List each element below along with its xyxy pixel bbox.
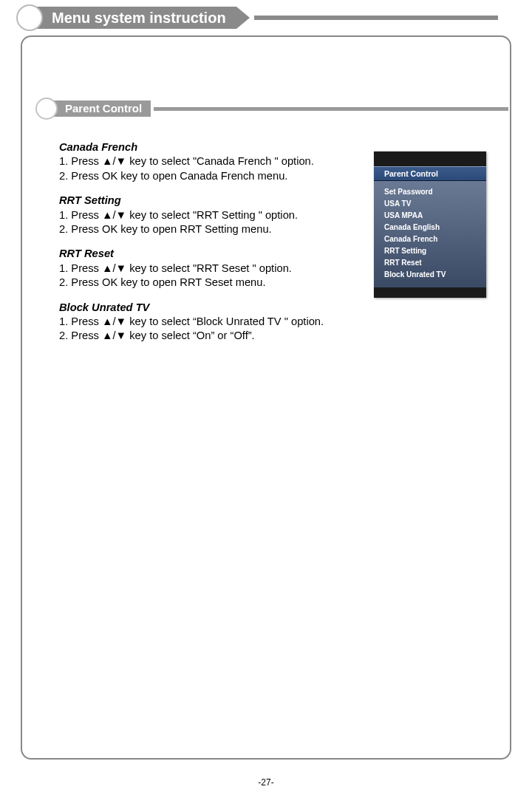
instruction-line: 2. Press OK key to open RRT Setting menu… (59, 222, 384, 236)
chevron-right-icon (236, 7, 250, 29)
menu-body: Set Password USA TV USA MPAA Canada Engl… (374, 181, 486, 287)
section-heading-text: Block Unrated TV (59, 301, 384, 315)
instruction-line: 2. Press OK key to open Canada French me… (59, 169, 384, 183)
instruction-line: 1. Press ▲/▼ key to select "Canada Frenc… (59, 154, 384, 168)
section-block-unrated: Block Unrated TV 1. Press ▲/▼ key to sel… (59, 301, 384, 344)
title-pill: Menu system instruction (35, 7, 250, 29)
title-bullet-circle (16, 4, 43, 31)
section-heading-text: Canada French (59, 140, 384, 154)
page-number: -27- (0, 777, 532, 788)
page-title-banner: Menu system instruction (16, 4, 498, 31)
section-heading-text: RRT Setting (59, 194, 384, 208)
menu-item: Canada French (384, 233, 486, 245)
page-title: Menu system instruction (35, 7, 236, 29)
instruction-line: 2. Press OK key to open RRT Seset menu. (59, 276, 384, 290)
instruction-content: Canada French 1. Press ▲/▼ key to select… (59, 140, 384, 354)
menu-item: USA MPAA (384, 209, 486, 221)
instruction-line: 2. Press ▲/▼ key to select “On” or “Off”… (59, 329, 384, 343)
section-canada-french: Canada French 1. Press ▲/▼ key to select… (59, 140, 384, 183)
menu-item: RRT Reset (384, 256, 486, 268)
section-heading-banner: Parent Control (35, 98, 508, 120)
menu-item: Set Password (384, 185, 486, 197)
section-rule (154, 107, 508, 111)
menu-item: Block Unrated TV (384, 268, 486, 280)
menu-item: RRT Setting (384, 245, 486, 256)
instruction-line: 1. Press ▲/▼ key to select "RRT Seset " … (59, 262, 384, 276)
page-frame: Parent Control Canada French 1. Press ▲/… (21, 35, 511, 760)
menu-header: Parent Control (374, 166, 486, 181)
section-rrt-reset: RRT Reset 1. Press ▲/▼ key to select "RR… (59, 247, 384, 290)
osd-menu-screenshot: Parent Control Set Password USA TV USA M… (374, 151, 486, 298)
section-rrt-setting: RRT Setting 1. Press ▲/▼ key to select "… (59, 194, 384, 236)
menu-item: Canada English (384, 221, 486, 233)
section-heading-text: RRT Reset (59, 247, 384, 261)
menu-item: USA TV (384, 197, 486, 209)
instruction-line: 1. Press ▲/▼ key to select "RRT Setting … (59, 208, 384, 222)
section-heading: Parent Control (52, 100, 151, 117)
instruction-line: 1. Press ▲/▼ key to select “Block Unrate… (59, 315, 384, 329)
menu-top-gap (374, 151, 486, 166)
section-bullet-circle (35, 98, 58, 120)
title-rule (254, 16, 498, 20)
